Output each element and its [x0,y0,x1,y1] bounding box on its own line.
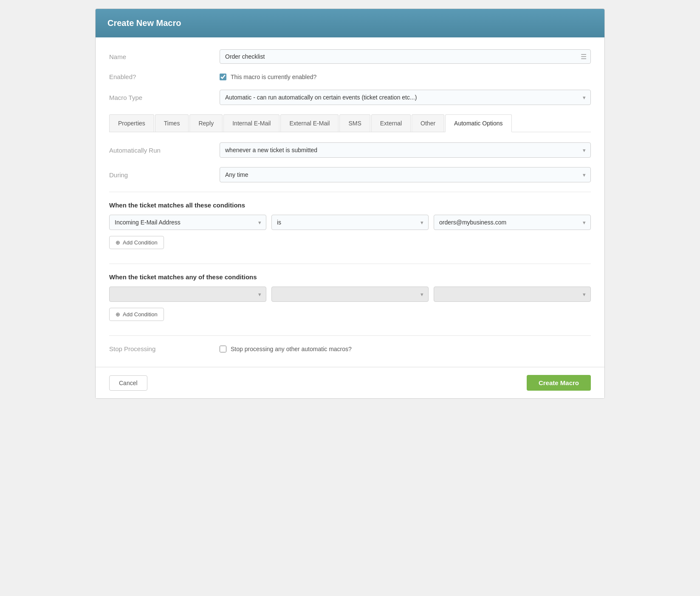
all-condition-field-wrap: Incoming E-Mail Address [109,215,266,230]
macro-type-select-wrap: Automatic - can run automatically on cer… [220,90,591,105]
modal-header: Create New Macro [96,9,604,37]
enabled-row: Enabled? This macro is currently enabled… [109,73,591,80]
macro-type-row: Macro Type Automatic - can run automatic… [109,90,591,105]
divider-2 [109,264,591,264]
stop-processing-label: Stop Processing [109,345,220,352]
list-icon: ☰ [581,53,587,61]
all-condition-value-wrap: orders@mybusiness.com [434,215,591,230]
any-condition-value-select[interactable] [434,287,591,302]
any-condition-operator-select[interactable] [271,287,429,302]
modal-body: Name ☰ Enabled? This macro is currently … [96,37,604,367]
stop-processing-row: Stop Processing Stop processing any othe… [109,345,591,352]
tabs-container: Properties Times Reply Internal E-Mail E… [109,114,591,132]
tab-times[interactable]: Times [155,114,189,132]
enabled-label: Enabled? [109,73,220,80]
any-condition-value-wrap [434,287,591,302]
all-condition-operator-select[interactable]: is is not contains [271,215,429,230]
tab-properties[interactable]: Properties [109,114,154,132]
divider-3 [109,335,591,336]
name-input-wrap: ☰ [220,49,591,64]
all-condition-field-select[interactable]: Incoming E-Mail Address [109,215,266,230]
tab-external[interactable]: External [371,114,411,132]
auto-run-row: Automatically Run whenever a new ticket … [109,142,591,158]
add-condition-any-button[interactable]: ⊕ Add Condition [109,308,164,321]
during-label: During [109,171,220,179]
name-input[interactable] [220,49,591,64]
all-conditions-title: When the ticket matches all these condit… [109,202,591,209]
all-condition-operator-wrap: is is not contains [271,215,429,230]
any-condition-operator-wrap [271,287,429,302]
auto-run-select-wrap: whenever a new ticket is submitted whene… [220,142,591,158]
tab-internal-email[interactable]: Internal E-Mail [223,114,279,132]
any-conditions-grid [109,287,591,302]
auto-run-select[interactable]: whenever a new ticket is submitted whene… [220,142,591,158]
during-select[interactable]: Any time Business Hours Outside Business… [220,167,591,182]
divider-1 [109,192,591,192]
tab-reply[interactable]: Reply [189,114,223,132]
enabled-checkbox-label: This macro is currently enabled? [231,74,316,80]
any-condition-field-select[interactable] [109,287,266,302]
stop-processing-checkbox-row: Stop processing any other automatic macr… [220,346,352,352]
tab-other[interactable]: Other [412,114,444,132]
any-condition-field-wrap [109,287,266,302]
during-row: During Any time Business Hours Outside B… [109,167,591,182]
macro-type-label: Macro Type [109,94,220,101]
tab-automatic-options[interactable]: Automatic Options [445,114,511,132]
enabled-checkbox[interactable] [220,74,226,80]
add-condition-all-label: Add Condition [123,239,158,246]
plus-circle-icon: ⊕ [116,239,120,246]
modal-title: Create New Macro [107,18,593,28]
create-macro-button[interactable]: Create Macro [527,375,591,391]
plus-circle-any-icon: ⊕ [116,311,120,318]
modal-footer: Cancel Create Macro [96,367,604,398]
name-row: Name ☰ [109,49,591,64]
during-select-wrap: Any time Business Hours Outside Business… [220,167,591,182]
add-condition-any-label: Add Condition [123,311,158,318]
auto-run-label: Automatically Run [109,147,220,154]
tab-content-automatic-options: Automatically Run whenever a new ticket … [109,132,591,367]
tab-external-email[interactable]: External E-Mail [280,114,339,132]
tab-sms[interactable]: SMS [339,114,370,132]
enabled-checkbox-row: This macro is currently enabled? [220,74,316,80]
macro-type-select[interactable]: Automatic - can run automatically on cer… [220,90,591,105]
stop-processing-checkbox[interactable] [220,346,226,352]
all-conditions-grid: Incoming E-Mail Address is is not contai… [109,215,591,230]
name-label: Name [109,53,220,60]
stop-processing-text: Stop processing any other automatic macr… [231,346,352,352]
create-macro-modal: Create New Macro Name ☰ Enabled? This ma… [95,9,605,399]
cancel-button[interactable]: Cancel [109,375,147,391]
any-conditions-title: When the ticket matches any of these con… [109,273,591,281]
add-condition-all-button[interactable]: ⊕ Add Condition [109,236,164,249]
all-condition-value-select[interactable]: orders@mybusiness.com [434,215,591,230]
